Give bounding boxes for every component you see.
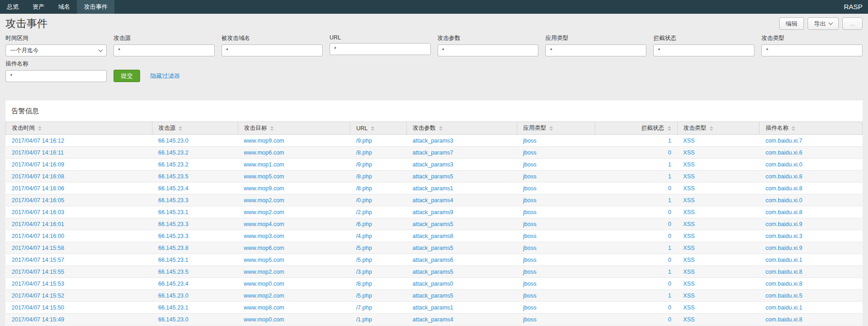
cell-link-app-type[interactable]: jboss	[523, 245, 536, 251]
cell-link-attack-time[interactable]: 2017/04/07 14:16:09	[12, 161, 65, 168]
cell-link-block-status[interactable]: 1	[668, 161, 671, 168]
cell-link-attack-target[interactable]: www.mop2.com	[244, 197, 284, 204]
cell-link-attack-target[interactable]: www.mop0.com	[244, 316, 284, 323]
cell-link-attack-time[interactable]: 2017/04/07 14:16:05	[12, 197, 65, 204]
cell-link-url[interactable]: /8.php	[356, 185, 372, 192]
cell-link-attack-target[interactable]: www.mop2.com	[244, 293, 284, 299]
cell-link-app-type[interactable]: jboss	[523, 185, 536, 192]
cell-link-attack-source[interactable]: 66.145.23.4	[158, 281, 188, 287]
cell-link-attack-type[interactable]: XSS	[683, 257, 694, 263]
cell-link-attack-time[interactable]: 2017/04/07 14:16:00	[12, 233, 65, 239]
filter-block-status-input[interactable]	[653, 44, 754, 56]
cell-link-block-status[interactable]: 1	[668, 293, 671, 299]
cell-link-attack-params[interactable]: attack_params5	[412, 269, 453, 275]
cell-link-plugin-name[interactable]: com.baidu.xi.8	[765, 269, 803, 275]
cell-link-plugin-name[interactable]: com.baidu.xi.9	[765, 221, 803, 227]
cell-link-url[interactable]: /2.php	[356, 209, 372, 215]
cell-link-block-status[interactable]: 1	[668, 245, 671, 251]
column-header-attack-type[interactable]: 攻击类型	[677, 122, 760, 135]
cell-link-attack-time[interactable]: 2017/04/07 14:16:11	[12, 149, 64, 156]
cell-link-plugin-name[interactable]: com.baidu.xi.8	[765, 209, 803, 215]
cell-link-app-type[interactable]: jboss	[523, 281, 536, 287]
cell-link-block-status[interactable]: 0	[668, 149, 671, 156]
cell-link-app-type[interactable]: jboss	[523, 257, 536, 263]
cell-link-plugin-name[interactable]: com.baidu.xi.8	[765, 316, 803, 323]
cell-link-plugin-name[interactable]: com.baidu.xi.8	[765, 185, 803, 192]
cell-link-url[interactable]: /6.php	[356, 221, 372, 227]
cell-link-url[interactable]: /5.php	[356, 257, 372, 263]
cell-link-block-status[interactable]: 0	[668, 257, 671, 263]
cell-link-url[interactable]: /8.php	[356, 281, 372, 287]
cell-link-url[interactable]: /8.php	[356, 149, 372, 156]
cell-link-block-status[interactable]: 1	[668, 138, 671, 144]
cell-link-url[interactable]: /5.php	[356, 245, 372, 251]
cell-link-attack-target[interactable]: www.mop2.com	[244, 269, 284, 275]
cell-link-app-type[interactable]: jboss	[523, 149, 536, 156]
cell-link-url[interactable]: /7.php	[356, 304, 372, 311]
cell-link-app-type[interactable]: jboss	[523, 316, 536, 323]
column-header-block-status[interactable]: 拦截状态	[595, 122, 678, 135]
cell-link-attack-source[interactable]: 66.145.23.4	[158, 185, 188, 192]
cell-link-app-type[interactable]: jboss	[523, 293, 536, 299]
cell-link-attack-params[interactable]: attack_params9	[412, 209, 453, 215]
cell-link-app-type[interactable]: jboss	[523, 221, 536, 227]
cell-link-plugin-name[interactable]: com.baidu.xi.7	[765, 138, 803, 144]
cell-link-url[interactable]: /9.php	[356, 161, 372, 168]
filter-app-type-input[interactable]	[545, 44, 646, 56]
cell-link-block-status[interactable]: 0	[668, 281, 671, 287]
cell-link-attack-params[interactable]: attack_params1	[412, 185, 453, 192]
cell-link-attack-time[interactable]: 2017/04/07 14:15:49	[12, 316, 65, 323]
cell-link-app-type[interactable]: jboss	[523, 173, 536, 180]
cell-link-attack-source[interactable]: 66.145.23.2	[158, 149, 188, 156]
cell-link-attack-type[interactable]: XSS	[683, 197, 694, 204]
cell-link-app-type[interactable]: jboss	[523, 209, 536, 215]
column-header-attack-target[interactable]: 攻击目标	[238, 122, 350, 135]
cell-link-app-type[interactable]: jboss	[523, 233, 536, 239]
cell-link-plugin-name[interactable]: com.baidu.xi.0	[765, 197, 803, 204]
cell-link-attack-source[interactable]: 66.145.23.0	[158, 138, 188, 144]
cell-link-plugin-name[interactable]: com.baidu.xi.5	[765, 293, 803, 299]
cell-link-attack-source[interactable]: 66.145.23.1	[158, 209, 188, 215]
cell-link-plugin-name[interactable]: com.baidu.xi.0	[765, 161, 803, 168]
cell-link-attack-target[interactable]: www.mop9.com	[244, 185, 284, 192]
cell-link-attack-type[interactable]: XSS	[683, 304, 694, 311]
cell-link-attack-target[interactable]: www.mop6.com	[244, 149, 284, 156]
cell-link-attack-type[interactable]: XSS	[683, 245, 694, 251]
cell-link-block-status[interactable]: 0	[668, 221, 671, 227]
cell-link-attack-type[interactable]: XSS	[683, 269, 694, 275]
cell-link-attack-target[interactable]: www.mop5.com	[244, 173, 284, 180]
cell-link-url[interactable]: /4.php	[356, 233, 372, 239]
cell-link-attack-time[interactable]: 2017/04/07 14:15:52	[12, 293, 65, 299]
cell-link-block-status[interactable]: 1	[668, 269, 671, 275]
column-header-url[interactable]: URL	[350, 122, 407, 135]
cell-link-attack-target[interactable]: www.mop8.com	[244, 304, 284, 311]
cell-link-attack-source[interactable]: 66.145.23.5	[158, 269, 188, 275]
cell-link-attack-target[interactable]: www.mop0.com	[244, 281, 284, 287]
cell-link-attack-params[interactable]: attack_params6	[412, 257, 453, 263]
cell-link-plugin-name[interactable]: com.baidu.xi.8	[765, 173, 803, 180]
cell-link-attack-params[interactable]: attack_params1	[412, 304, 453, 311]
cell-link-attack-time[interactable]: 2017/04/07 14:16:06	[12, 185, 65, 192]
cell-link-attack-time[interactable]: 2017/04/07 14:16:12	[12, 138, 65, 144]
cell-link-attack-source[interactable]: 66.145.23.8	[158, 245, 188, 251]
cell-link-attack-params[interactable]: attack_params5	[412, 173, 453, 180]
filter-attacked-domain-input[interactable]	[222, 44, 323, 56]
cell-link-attack-type[interactable]: XSS	[683, 293, 694, 299]
filter-attack-params-input[interactable]	[438, 44, 539, 56]
cell-link-url[interactable]: /9.php	[356, 138, 372, 144]
cell-link-attack-type[interactable]: XSS	[683, 161, 694, 168]
cell-link-attack-type[interactable]: XSS	[683, 138, 694, 144]
cell-link-attack-time[interactable]: 2017/04/07 14:16:08	[12, 173, 65, 180]
cell-link-attack-type[interactable]: XSS	[683, 233, 694, 239]
cell-link-url[interactable]: /1.php	[356, 316, 372, 323]
cell-link-url[interactable]: /3.php	[356, 269, 372, 275]
cell-link-attack-time[interactable]: 2017/04/07 14:15:53	[12, 281, 65, 287]
cell-link-block-status[interactable]: 0	[668, 209, 671, 215]
cell-link-attack-source[interactable]: 66.145.23.2	[158, 161, 188, 168]
cell-link-attack-type[interactable]: XSS	[683, 185, 694, 192]
cell-link-block-status[interactable]: 1	[668, 173, 671, 180]
cell-link-plugin-name[interactable]: com.baidu.xi.3	[765, 233, 803, 239]
cell-link-attack-params[interactable]: attack_params4	[412, 197, 453, 204]
cell-link-attack-source[interactable]: 66.145.23.1	[158, 257, 188, 263]
cell-link-app-type[interactable]: jboss	[523, 269, 536, 275]
